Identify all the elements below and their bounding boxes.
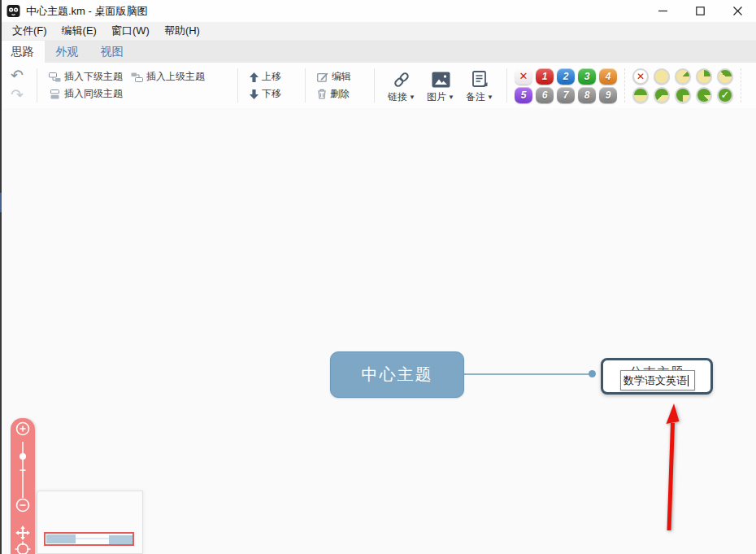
edit-icon xyxy=(317,72,328,82)
edit-group: 编辑 删除 xyxy=(313,63,367,108)
move-up-label: 上移 xyxy=(262,70,281,84)
zoom-panel xyxy=(11,418,35,554)
insert-parent-label: 插入上级主题 xyxy=(146,70,205,84)
link-label: 链接 xyxy=(388,90,407,104)
maximize-icon xyxy=(696,7,705,15)
topic-edit-value: 数学语文英语 xyxy=(623,373,687,388)
window-title: 中心主题.km - 桌面版脑图 xyxy=(26,4,148,19)
root-topic-label: 中心主题 xyxy=(362,364,433,386)
redo-icon: ↷ xyxy=(11,86,24,103)
menu-item-2[interactable]: 窗口(W) xyxy=(104,22,157,40)
insert-sibling-icon xyxy=(49,89,61,99)
tab-0[interactable]: 思路 xyxy=(0,41,45,63)
text-cursor xyxy=(688,375,689,386)
mindmap-canvas[interactable]: 中心主题 分支主题 数学语文英语 xyxy=(0,108,756,554)
move-down-label: 下移 xyxy=(262,87,281,101)
progress-clear-button[interactable]: ✕ xyxy=(632,68,649,85)
progress-6-8-button[interactable] xyxy=(675,87,691,103)
progress-group: ✕✓ xyxy=(632,63,733,108)
move-up-icon xyxy=(250,72,259,82)
separator xyxy=(741,68,741,103)
red-arrow-annotation xyxy=(653,399,689,537)
connection-dot xyxy=(589,370,596,377)
zoom-slider[interactable] xyxy=(20,442,26,498)
locate-center-button[interactable] xyxy=(15,542,31,554)
root-topic-node[interactable]: 中心主题 xyxy=(330,351,464,398)
priority-6-button[interactable]: 6 xyxy=(536,87,554,103)
note-button[interactable]: 备注▼ xyxy=(460,63,499,108)
tab-2[interactable]: 视图 xyxy=(89,41,134,63)
connection-line xyxy=(463,373,590,375)
priority-9-button[interactable]: 9 xyxy=(599,87,617,103)
link-button[interactable]: 链接▼ xyxy=(382,63,421,108)
zoom-out-button[interactable] xyxy=(17,499,29,512)
chevron-down-icon: ▼ xyxy=(409,94,415,101)
close-button[interactable] xyxy=(719,0,756,22)
separator xyxy=(305,68,306,103)
tab-bar: 思路外观视图 xyxy=(0,41,756,63)
priority-7-button[interactable]: 7 xyxy=(557,87,575,103)
insert-sibling-button[interactable]: 插入同级主题 xyxy=(45,85,127,103)
maximize-button[interactable] xyxy=(681,0,719,22)
tab-1[interactable]: 外观 xyxy=(45,41,89,63)
image-button[interactable]: 图片▼ xyxy=(421,63,460,108)
minimap-viewport[interactable] xyxy=(44,532,134,546)
progress-2-8-button[interactable] xyxy=(696,68,712,85)
insert-sibling-label: 插入同级主题 xyxy=(64,87,123,101)
insert-child-button[interactable]: 插入下级主题 xyxy=(45,68,127,85)
topic-edit-input[interactable]: 数学语文英语 xyxy=(620,370,695,390)
pan-mode-button[interactable] xyxy=(15,526,30,540)
progress-7-8-button[interactable] xyxy=(696,87,712,103)
title-bar: 中心主题.km - 桌面版脑图 xyxy=(0,0,756,22)
undo-button[interactable]: ↶ xyxy=(11,68,24,83)
arrange-group: 上移 下移 xyxy=(245,63,298,108)
progress-1-8-button[interactable] xyxy=(675,68,691,85)
priority-1-button[interactable]: 1 xyxy=(536,68,554,85)
chevron-down-icon: ▼ xyxy=(487,94,493,101)
move-up-button[interactable]: 上移 xyxy=(245,68,298,85)
priority-8-button[interactable]: 8 xyxy=(578,87,596,103)
close-icon xyxy=(733,7,742,15)
progress-5-8-button[interactable] xyxy=(654,87,670,103)
minimize-button[interactable] xyxy=(644,0,681,22)
move-down-button[interactable]: 下移 xyxy=(245,85,298,103)
priority-3-button[interactable]: 3 xyxy=(578,68,596,85)
menu-bar: 文件(F)编辑(E)窗口(W)帮助(H) xyxy=(0,22,756,41)
note-icon xyxy=(472,69,488,90)
insert-group: 插入下级主题 插入上级主题 插入同级主题 xyxy=(45,63,230,108)
separator xyxy=(37,68,37,103)
redo-button[interactable]: ↷ xyxy=(11,88,24,103)
zoom-slider-handle[interactable] xyxy=(20,453,26,460)
app-window: 中心主题.km - 桌面版脑图 文件(F)编辑(E)窗口(W)帮助(H) 思路外… xyxy=(0,0,756,554)
menu-item-0[interactable]: 文件(F) xyxy=(5,22,54,40)
zoom-in-button[interactable] xyxy=(17,423,29,435)
priority-clear-button[interactable]: ✕ xyxy=(515,68,532,85)
priority-2-button[interactable]: 2 xyxy=(557,68,575,85)
menu-item-3[interactable]: 帮助(H) xyxy=(157,22,207,40)
progress-0-8-button[interactable] xyxy=(654,68,670,85)
progress-4-8-button[interactable] xyxy=(632,87,649,103)
separator xyxy=(237,68,238,103)
app-logo-icon xyxy=(7,4,20,18)
progress-3-8-button[interactable] xyxy=(717,68,733,85)
desktop-edge-sliver-blue xyxy=(0,193,2,212)
menu-item-1[interactable]: 编辑(E) xyxy=(54,22,104,40)
move-down-icon xyxy=(250,89,259,99)
note-label: 备注 xyxy=(466,90,485,104)
check-icon: ✓ xyxy=(721,89,730,100)
minimize-icon xyxy=(658,7,667,15)
image-icon xyxy=(432,69,450,90)
priority-5-button[interactable]: 5 xyxy=(515,87,532,103)
desktop-edge-sliver xyxy=(0,0,2,554)
priority-4-button[interactable]: 4 xyxy=(599,68,617,85)
delete-button[interactable]: 删除 xyxy=(313,85,367,103)
separator xyxy=(624,68,625,103)
chevron-down-icon: ▼ xyxy=(448,94,454,101)
separator xyxy=(374,68,375,103)
progress-8-8-button[interactable]: ✓ xyxy=(717,87,733,103)
history-group: ↶ ↷ xyxy=(5,63,29,108)
edit-button[interactable]: 编辑 xyxy=(313,68,367,85)
image-label: 图片 xyxy=(427,90,446,104)
insert-parent-button[interactable]: 插入上级主题 xyxy=(127,68,209,85)
minimap-navigator[interactable] xyxy=(37,491,143,554)
